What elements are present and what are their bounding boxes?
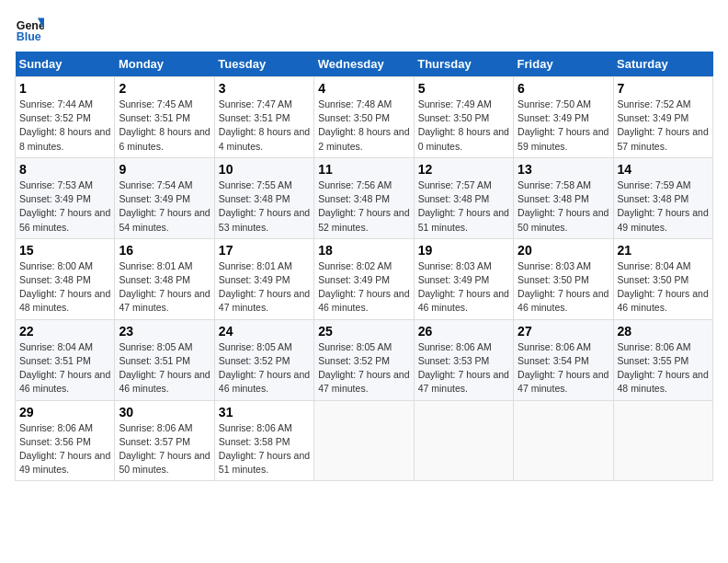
day-number: 24 <box>219 324 310 339</box>
calendar-cell: 12 Sunrise: 7:57 AMSunset: 3:48 PMDaylig… <box>414 157 513 238</box>
day-number: 5 <box>418 81 509 96</box>
calendar-cell: 9 Sunrise: 7:54 AMSunset: 3:49 PMDayligh… <box>115 157 214 238</box>
day-info: Sunrise: 8:06 AMSunset: 3:56 PMDaylight:… <box>19 422 110 476</box>
day-info: Sunrise: 8:06 AMSunset: 3:55 PMDaylight:… <box>618 341 709 395</box>
day-number: 30 <box>119 405 210 419</box>
day-info: Sunrise: 7:58 AMSunset: 3:48 PMDaylight:… <box>518 179 609 233</box>
calendar-cell: 24 Sunrise: 8:05 AMSunset: 3:52 PMDaylig… <box>214 319 313 400</box>
day-info: Sunrise: 7:52 AMSunset: 3:49 PMDaylight:… <box>618 98 709 152</box>
calendar-cell: 1 Sunrise: 7:44 AMSunset: 3:52 PMDayligh… <box>16 77 115 158</box>
logo: General Blue <box>15 15 48 44</box>
day-info: Sunrise: 7:55 AMSunset: 3:48 PMDaylight:… <box>219 179 310 233</box>
calendar-cell: 31 Sunrise: 8:06 AMSunset: 3:58 PMDaylig… <box>214 400 313 481</box>
calendar-week-3: 15 Sunrise: 8:00 AMSunset: 3:48 PMDaylig… <box>16 238 713 319</box>
day-number: 21 <box>618 243 709 258</box>
calendar-cell: 4 Sunrise: 7:48 AMSunset: 3:50 PMDayligh… <box>314 77 414 158</box>
day-number: 1 <box>19 81 110 96</box>
day-info: Sunrise: 8:06 AMSunset: 3:57 PMDaylight:… <box>119 422 210 476</box>
day-number: 12 <box>418 162 509 177</box>
calendar-cell <box>314 400 414 481</box>
day-info: Sunrise: 8:05 AMSunset: 3:52 PMDaylight:… <box>318 341 409 395</box>
calendar-cell: 29 Sunrise: 8:06 AMSunset: 3:56 PMDaylig… <box>16 400 115 481</box>
day-info: Sunrise: 7:44 AMSunset: 3:52 PMDaylight:… <box>19 98 110 152</box>
calendar-body: 1 Sunrise: 7:44 AMSunset: 3:52 PMDayligh… <box>16 77 713 481</box>
calendar-week-2: 8 Sunrise: 7:53 AMSunset: 3:49 PMDayligh… <box>16 157 713 238</box>
day-info: Sunrise: 8:04 AMSunset: 3:51 PMDaylight:… <box>19 341 110 395</box>
calendar-table: SundayMondayTuesdayWednesdayThursdayFrid… <box>15 52 713 481</box>
svg-text:Blue: Blue <box>17 30 41 43</box>
day-info: Sunrise: 8:01 AMSunset: 3:48 PMDaylight:… <box>119 260 210 314</box>
day-number: 8 <box>19 162 110 177</box>
day-info: Sunrise: 7:56 AMSunset: 3:48 PMDaylight:… <box>318 179 409 233</box>
calendar-week-4: 22 Sunrise: 8:04 AMSunset: 3:51 PMDaylig… <box>16 319 713 400</box>
day-number: 10 <box>219 162 310 177</box>
day-info: Sunrise: 7:49 AMSunset: 3:50 PMDaylight:… <box>418 98 509 152</box>
calendar-cell: 14 Sunrise: 7:59 AMSunset: 3:48 PMDaylig… <box>613 157 712 238</box>
day-info: Sunrise: 7:54 AMSunset: 3:49 PMDaylight:… <box>119 179 210 233</box>
day-info: Sunrise: 7:50 AMSunset: 3:49 PMDaylight:… <box>518 98 609 152</box>
calendar-cell: 25 Sunrise: 8:05 AMSunset: 3:52 PMDaylig… <box>314 319 414 400</box>
calendar-cell: 2 Sunrise: 7:45 AMSunset: 3:51 PMDayligh… <box>115 77 214 158</box>
day-number: 17 <box>219 243 310 258</box>
calendar-cell: 3 Sunrise: 7:47 AMSunset: 3:51 PMDayligh… <box>214 77 313 158</box>
day-number: 15 <box>19 243 110 258</box>
day-number: 18 <box>318 243 409 258</box>
day-number: 27 <box>518 324 609 339</box>
day-number: 25 <box>318 324 409 339</box>
day-info: Sunrise: 8:06 AMSunset: 3:54 PMDaylight:… <box>518 341 609 395</box>
day-info: Sunrise: 8:03 AMSunset: 3:50 PMDaylight:… <box>518 260 609 314</box>
calendar-header-row: SundayMondayTuesdayWednesdayThursdayFrid… <box>16 52 713 77</box>
day-number: 3 <box>219 81 310 96</box>
day-number: 19 <box>418 243 509 258</box>
calendar-header-friday: Friday <box>514 52 613 77</box>
calendar-cell: 30 Sunrise: 8:06 AMSunset: 3:57 PMDaylig… <box>115 400 214 481</box>
calendar-cell: 10 Sunrise: 7:55 AMSunset: 3:48 PMDaylig… <box>214 157 313 238</box>
day-number: 14 <box>618 162 709 177</box>
day-number: 6 <box>518 81 609 96</box>
day-info: Sunrise: 8:01 AMSunset: 3:49 PMDaylight:… <box>219 260 310 314</box>
calendar-cell: 19 Sunrise: 8:03 AMSunset: 3:49 PMDaylig… <box>414 238 513 319</box>
calendar-week-5: 29 Sunrise: 8:06 AMSunset: 3:56 PMDaylig… <box>16 400 713 481</box>
day-info: Sunrise: 7:45 AMSunset: 3:51 PMDaylight:… <box>119 98 210 152</box>
day-number: 29 <box>19 405 110 419</box>
calendar-cell: 26 Sunrise: 8:06 AMSunset: 3:53 PMDaylig… <box>414 319 513 400</box>
day-info: Sunrise: 8:06 AMSunset: 3:53 PMDaylight:… <box>418 341 509 395</box>
day-number: 26 <box>418 324 509 339</box>
day-number: 28 <box>618 324 709 339</box>
day-info: Sunrise: 7:47 AMSunset: 3:51 PMDaylight:… <box>219 98 310 152</box>
day-number: 23 <box>119 324 210 339</box>
day-number: 13 <box>518 162 609 177</box>
day-info: Sunrise: 8:00 AMSunset: 3:48 PMDaylight:… <box>19 260 110 314</box>
day-info: Sunrise: 7:48 AMSunset: 3:50 PMDaylight:… <box>318 98 409 152</box>
calendar-cell: 28 Sunrise: 8:06 AMSunset: 3:55 PMDaylig… <box>613 319 712 400</box>
calendar-cell: 16 Sunrise: 8:01 AMSunset: 3:48 PMDaylig… <box>115 238 214 319</box>
calendar-cell: 20 Sunrise: 8:03 AMSunset: 3:50 PMDaylig… <box>514 238 613 319</box>
day-number: 11 <box>318 162 409 177</box>
calendar-cell: 22 Sunrise: 8:04 AMSunset: 3:51 PMDaylig… <box>16 319 115 400</box>
day-info: Sunrise: 8:03 AMSunset: 3:49 PMDaylight:… <box>418 260 509 314</box>
calendar-header-thursday: Thursday <box>414 52 513 77</box>
calendar-cell: 11 Sunrise: 7:56 AMSunset: 3:48 PMDaylig… <box>314 157 414 238</box>
day-number: 22 <box>19 324 110 339</box>
calendar-cell: 27 Sunrise: 8:06 AMSunset: 3:54 PMDaylig… <box>514 319 613 400</box>
calendar-header-saturday: Saturday <box>613 52 712 77</box>
day-info: Sunrise: 8:02 AMSunset: 3:49 PMDaylight:… <box>318 260 409 314</box>
day-number: 20 <box>518 243 609 258</box>
calendar-header-monday: Monday <box>115 52 214 77</box>
calendar-cell: 8 Sunrise: 7:53 AMSunset: 3:49 PMDayligh… <box>16 157 115 238</box>
day-info: Sunrise: 8:05 AMSunset: 3:51 PMDaylight:… <box>119 341 210 395</box>
day-number: 4 <box>318 81 409 96</box>
calendar-cell: 13 Sunrise: 7:58 AMSunset: 3:48 PMDaylig… <box>514 157 613 238</box>
day-info: Sunrise: 7:57 AMSunset: 3:48 PMDaylight:… <box>418 179 509 233</box>
day-info: Sunrise: 8:04 AMSunset: 3:50 PMDaylight:… <box>618 260 709 314</box>
day-info: Sunrise: 8:06 AMSunset: 3:58 PMDaylight:… <box>219 422 310 476</box>
calendar-cell: 6 Sunrise: 7:50 AMSunset: 3:49 PMDayligh… <box>514 77 613 158</box>
calendar-cell: 7 Sunrise: 7:52 AMSunset: 3:49 PMDayligh… <box>613 77 712 158</box>
calendar-cell: 17 Sunrise: 8:01 AMSunset: 3:49 PMDaylig… <box>214 238 313 319</box>
calendar-cell: 5 Sunrise: 7:49 AMSunset: 3:50 PMDayligh… <box>414 77 513 158</box>
day-number: 16 <box>119 243 210 258</box>
calendar-cell <box>613 400 712 481</box>
calendar-cell: 15 Sunrise: 8:00 AMSunset: 3:48 PMDaylig… <box>16 238 115 319</box>
calendar-header-tuesday: Tuesday <box>214 52 313 77</box>
page-header: General Blue <box>15 15 713 44</box>
